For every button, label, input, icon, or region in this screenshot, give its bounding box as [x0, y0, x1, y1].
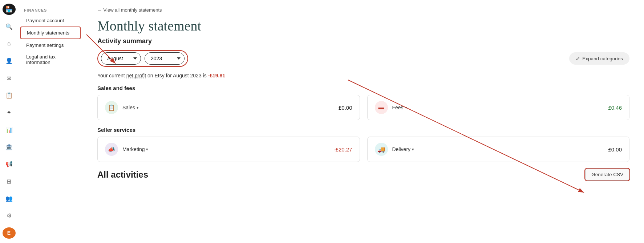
back-link[interactable]: ← View all monthly statements — [97, 7, 629, 13]
delivery-card: 🚚 Delivery ▾ £0.00 — [367, 137, 630, 162]
delivery-value: £0.00 — [608, 146, 622, 153]
main-panel: ← View all monthly statements Monthly st… — [83, 0, 644, 188]
seller-services-title: Seller services — [97, 127, 629, 133]
net-profit-value: -£19.81 — [208, 73, 225, 78]
sales-fees-title: Sales and fees — [97, 85, 629, 91]
sidebar-item-payment-settings[interactable]: Payment settings — [20, 40, 81, 51]
mail-icon[interactable]: ✉ — [3, 72, 16, 84]
delivery-chevron[interactable]: ▾ — [412, 147, 414, 152]
sales-label: Sales ▾ — [122, 105, 334, 110]
shop-icon[interactable]: 🏪 — [3, 4, 16, 15]
marketing-chevron[interactable]: ▾ — [146, 147, 148, 152]
monthly-statements-label: Monthly statements — [27, 30, 69, 36]
payment-account-label: Payment account — [26, 18, 64, 23]
grid-icon[interactable]: ⊞ — [3, 176, 16, 187]
sales-chevron[interactable]: ▾ — [137, 105, 139, 110]
profit-summary: Your current net profit on Etsy for Augu… — [97, 73, 629, 78]
sales-card: 📋 Sales ▾ £0.00 — [97, 95, 360, 120]
delivery-icon: 🚚 — [375, 143, 388, 156]
year-select[interactable]: 202020212022 20232024 — [145, 52, 185, 65]
filter-row: JanuaryFebruaryMarch AprilMayJune JulyAu… — [97, 50, 188, 67]
sidebar-nav: FINANCES Payment account Monthly stateme… — [18, 0, 83, 243]
clipboard-icon[interactable]: 📋 — [3, 90, 16, 101]
delivery-label: Delivery ▾ — [392, 146, 604, 152]
net-profit-label: net profit — [126, 73, 146, 78]
finances-section-label: FINANCES — [18, 4, 83, 15]
search-icon[interactable]: 🔍 — [3, 21, 16, 32]
fees-chevron[interactable]: ▾ — [405, 105, 407, 110]
settings-icon[interactable]: ⚙ — [3, 210, 16, 221]
chart-icon[interactable]: 📊 — [3, 124, 16, 135]
legal-tax-label: Legal and tax information — [26, 54, 75, 65]
home-icon[interactable]: ⌂ — [3, 38, 16, 49]
sales-value: £0.00 — [339, 105, 352, 111]
main-content: ← View all monthly statements Monthly st… — [83, 0, 644, 243]
marketing-icon: 📣 — [105, 143, 118, 156]
expand-icon: ⤢ — [576, 56, 580, 61]
marketing-value: -£20.27 — [334, 146, 352, 153]
sales-fees-cards: 📋 Sales ▾ £0.00 ▬ Fees ▾ £0.46 — [97, 95, 629, 120]
fees-value: £0.46 — [608, 105, 622, 111]
sidebar-item-payment-account[interactable]: Payment account — [20, 15, 81, 26]
sales-icon: 📋 — [105, 101, 118, 114]
fees-card: ▬ Fees ▾ £0.46 — [367, 95, 630, 120]
sidebar-icons: 🏪 🔍 ⌂ 👤 ✉ 📋 ✦ 📊 🏦 📢 ⊞ 👥 ⚙ E — [0, 0, 18, 243]
month-select[interactable]: JanuaryFebruaryMarch AprilMayJune JulyAu… — [101, 52, 141, 65]
sidebar-item-monthly-statements[interactable]: Monthly statements — [20, 27, 81, 39]
people-icon[interactable]: 👥 — [3, 193, 16, 204]
megaphone-icon[interactable]: 📢 — [3, 158, 16, 170]
activity-summary-title: Activity summary — [97, 37, 629, 45]
marketing-card: 📣 Marketing ▾ -£20.27 — [97, 137, 360, 162]
generate-csv-button[interactable]: Generate CSV — [585, 169, 629, 181]
all-activities-title: All activities — [97, 170, 148, 180]
seller-services-cards: 📣 Marketing ▾ -£20.27 🚚 Delivery ▾ £0.00 — [97, 137, 629, 162]
star-icon[interactable]: ✦ — [3, 107, 16, 118]
person-icon[interactable]: 👤 — [3, 55, 16, 66]
page-title: Monthly statement — [97, 18, 629, 34]
expand-categories-button[interactable]: ⤢ Expand categories — [569, 52, 629, 65]
marketing-label: Marketing ▾ — [122, 146, 329, 152]
sidebar-item-legal-tax[interactable]: Legal and tax information — [20, 51, 81, 68]
bank-icon[interactable]: 🏦 — [3, 141, 16, 153]
payment-settings-label: Payment settings — [26, 42, 64, 48]
fees-label: Fees ▾ — [392, 105, 604, 110]
all-activities-row: All activities Generate CSV — [97, 169, 629, 181]
user-avatar[interactable]: E — [3, 227, 16, 239]
fees-icon: ▬ — [375, 101, 388, 114]
